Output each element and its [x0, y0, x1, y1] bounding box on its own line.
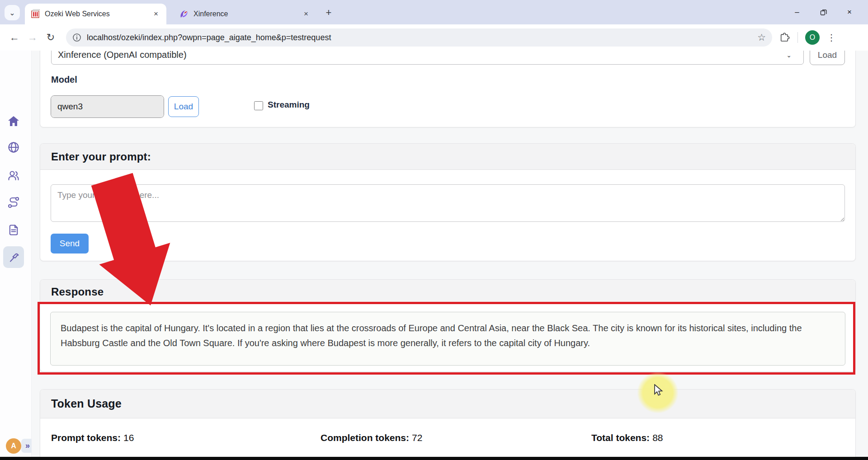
bookmark-star-icon[interactable]: ☆ [757, 32, 766, 43]
window-maximize-button[interactable] [816, 5, 830, 19]
url-bar[interactable]: localhost/ozeki/index.php?owpn=page_aiga… [66, 28, 772, 47]
token-usage-header: Token Usage [40, 390, 855, 418]
tab-ozeki[interactable]: Ozeki Web Services × [25, 4, 166, 24]
app-sidebar: A » [0, 51, 32, 457]
prompt-tokens-label: Prompt tokens: [51, 432, 121, 443]
streaming-label[interactable]: Streaming [268, 100, 310, 110]
sidebar-item-web[interactable] [3, 136, 24, 158]
ozeki-logo-icon [30, 9, 40, 19]
browser-profile-avatar[interactable]: O [805, 30, 820, 45]
model-label: Model [51, 75, 77, 85]
prompt-tokens-value: 16 [123, 432, 134, 443]
site-info-icon[interactable] [72, 33, 81, 42]
service-select-value: Xinference (OpenAI compatible) [58, 51, 187, 60]
extensions-icon[interactable] [779, 32, 790, 43]
new-tab-button[interactable]: + [322, 6, 335, 19]
streaming-checkbox[interactable] [254, 101, 263, 110]
completion-tokens-value: 72 [412, 432, 422, 443]
tab-search-button[interactable]: ⌄ [5, 5, 20, 20]
prompt-card-header: Enter your prompt: [40, 144, 855, 170]
response-title: Response [51, 286, 104, 298]
total-tokens-value: 88 [652, 432, 663, 443]
total-tokens-label: Total tokens: [591, 432, 650, 443]
toolbar-divider [797, 32, 798, 43]
page-content: Xinference (OpenAI compatible) ⌄ Load Mo… [32, 51, 868, 457]
completion-tokens-label: Completion tokens: [321, 432, 409, 443]
total-tokens-stat: Total tokens:88 [591, 432, 663, 443]
sidebar-item-routes[interactable] [3, 192, 24, 213]
sidebar-item-tools[interactable] [3, 246, 24, 268]
prompt-card: Enter your prompt: Send [40, 143, 856, 261]
token-usage-card: Token Usage Prompt tokens:16 Completion … [40, 389, 856, 457]
user-avatar[interactable]: A [6, 438, 21, 454]
model-input[interactable] [51, 96, 164, 117]
model-load-button[interactable]: Load [168, 96, 199, 117]
model-combobox: ▼ [51, 95, 164, 118]
users-icon [7, 169, 20, 182]
prompt-textarea[interactable] [51, 184, 845, 222]
routes-icon [7, 196, 20, 209]
reload-icon[interactable]: ↻ [42, 28, 60, 47]
response-card: Response Budapest is the capital of Hung… [40, 279, 856, 372]
browser-toolbar: ← → ↻ localhost/ozeki/index.php?owpn=pag… [0, 24, 868, 51]
window-close-button[interactable]: × [843, 5, 856, 19]
tab-title: Xinference [193, 10, 301, 18]
forward-icon[interactable]: → [24, 28, 42, 47]
chevron-down-icon: ⌄ [786, 52, 792, 59]
service-load-button[interactable]: Load [810, 51, 845, 65]
sidebar-item-documents[interactable] [3, 219, 24, 241]
response-text-box: Budapest is the capital of Hungary. It's… [50, 312, 845, 366]
completion-tokens-stat: Completion tokens:72 [321, 432, 422, 443]
xinference-logo-icon [179, 9, 189, 19]
screen-bottom-edge [0, 457, 868, 460]
token-usage-title: Token Usage [51, 397, 122, 410]
document-icon [7, 224, 20, 236]
tab-xinference[interactable]: Xinference × [174, 4, 316, 24]
service-select[interactable]: Xinference (OpenAI compatible) ⌄ [51, 51, 804, 65]
hammer-icon [7, 251, 20, 263]
send-button[interactable]: Send [51, 234, 89, 253]
sidebar-item-home[interactable] [3, 110, 24, 132]
tab-strip: ⌄ Ozeki Web Services × Xinference × + – [0, 0, 868, 24]
service-card: Xinference (OpenAI compatible) ⌄ Load Mo… [40, 51, 856, 127]
back-icon[interactable]: ← [5, 28, 24, 47]
restore-icon [820, 9, 827, 16]
browser-menu-icon[interactable]: ⋮ [827, 32, 836, 43]
globe-icon [7, 141, 20, 154]
url-text[interactable]: localhost/ozeki/index.php?owpn=page_aiga… [87, 33, 757, 42]
home-icon [7, 115, 20, 127]
prompt-title: Enter your prompt: [51, 150, 151, 163]
tab-close-icon[interactable]: × [301, 9, 311, 19]
sidebar-item-users[interactable] [3, 164, 24, 186]
prompt-tokens-stat: Prompt tokens:16 [51, 432, 134, 443]
tab-close-icon[interactable]: × [151, 9, 161, 19]
window-minimize-button[interactable]: – [790, 5, 804, 19]
tab-title: Ozeki Web Services [45, 10, 151, 18]
response-card-header: Response [40, 280, 855, 304]
